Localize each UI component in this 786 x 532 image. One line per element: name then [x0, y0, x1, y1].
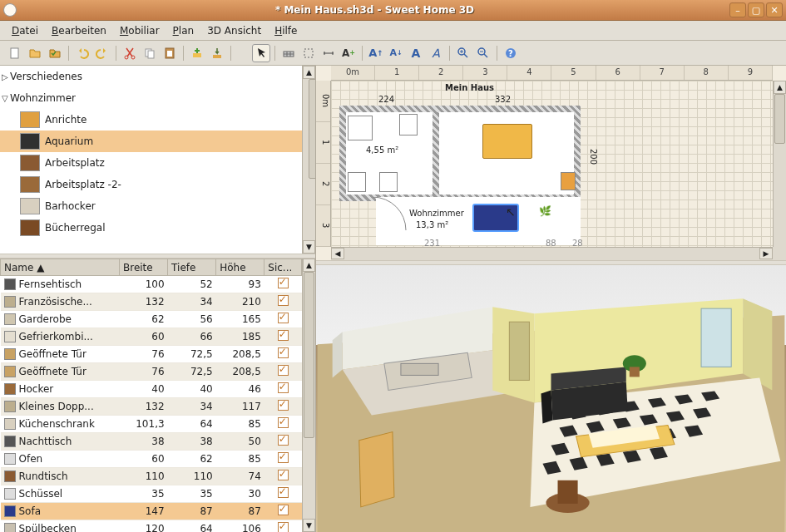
furn-bed[interactable]: [482, 124, 532, 159]
catalog-item[interactable]: Bücherregal: [0, 217, 315, 239]
catalog-category[interactable]: ▽ Wohnzimmer: [0, 87, 315, 109]
furn-sofa-selected[interactable]: [472, 204, 519, 232]
visibility-checkbox[interactable]: [278, 417, 289, 428]
menu-bearbeiten[interactable]: Bearbeiten: [45, 22, 113, 39]
menu-mobiliar[interactable]: Mobiliar: [113, 22, 166, 39]
furniture-row[interactable]: Nachttisch 383850: [1, 433, 302, 451]
furn-shower[interactable]: [348, 116, 373, 140]
scroll-down-icon[interactable]: ▼: [303, 240, 315, 254]
visibility-checkbox[interactable]: [278, 295, 289, 306]
add-text-icon[interactable]: A+: [339, 44, 358, 62]
furniture-row[interactable]: Rundtisch 11011074: [1, 468, 302, 485]
select-tool-icon[interactable]: [252, 44, 270, 62]
furniture-row[interactable]: Kleines Dopp... 13234117: [1, 398, 302, 416]
zoom-out-icon[interactable]: [474, 44, 492, 62]
col-breite[interactable]: Breite: [120, 259, 168, 276]
scroll-thumb[interactable]: [309, 79, 315, 179]
text-bold-icon[interactable]: A: [407, 44, 425, 62]
new-file-icon[interactable]: [6, 44, 24, 62]
add-furniture-icon[interactable]: [188, 44, 206, 62]
redo-icon[interactable]: [93, 44, 111, 62]
furn-toilet[interactable]: [399, 114, 418, 135]
scroll-thumb[interactable]: [774, 94, 785, 144]
cut-icon[interactable]: [121, 44, 139, 62]
visibility-checkbox[interactable]: [278, 365, 289, 376]
furniture-list[interactable]: Name ▲ Breite Tiefe Höhe Sic... Fernseht…: [0, 259, 315, 532]
furniture-row[interactable]: Französische... 13234210: [1, 293, 302, 311]
catalog-category[interactable]: ▷ Verschiedenes: [0, 66, 315, 87]
visibility-checkbox[interactable]: [278, 522, 289, 532]
furniture-row[interactable]: Fernsehtisch 1005293: [1, 276, 302, 293]
furniture-row[interactable]: Ofen 606285: [1, 451, 302, 468]
text-italic-icon[interactable]: A: [427, 44, 445, 62]
col-tiefe[interactable]: Tiefe: [168, 259, 216, 276]
visibility-checkbox[interactable]: [278, 452, 289, 463]
open-file-icon[interactable]: [26, 44, 44, 62]
visibility-checkbox[interactable]: [278, 505, 289, 515]
save-file-icon[interactable]: [46, 44, 64, 62]
col-name[interactable]: Name ▲: [1, 259, 120, 276]
inner-wall[interactable]: [433, 112, 439, 195]
text-bigger-icon[interactable]: A↑: [367, 44, 385, 62]
scroll-up-icon[interactable]: ▲: [303, 259, 315, 272]
catalog-item[interactable]: Arbeitsplatz -2-: [0, 174, 315, 195]
visibility-checkbox[interactable]: [278, 435, 289, 446]
catalog-scrollbar[interactable]: ▲ ▼: [302, 66, 315, 254]
paste-icon[interactable]: [161, 44, 179, 62]
furniture-row[interactable]: Geöffnete Tür 7672,5208,5: [1, 346, 302, 363]
copy-icon[interactable]: [141, 44, 159, 62]
catalog-item[interactable]: Aquarium: [0, 131, 315, 152]
catalog-item[interactable]: Anrichte: [0, 109, 315, 131]
visibility-checkbox[interactable]: [278, 400, 289, 411]
col-sichtbar[interactable]: Sic...: [264, 259, 302, 276]
menu-hilfe[interactable]: Hilfe: [268, 22, 304, 39]
plan-vscroll[interactable]: ▲ ▼: [773, 81, 786, 260]
visibility-checkbox[interactable]: [278, 487, 289, 498]
menu-datei[interactable]: Datei: [5, 22, 45, 39]
furn-plant[interactable]: 🌿: [539, 205, 554, 225]
furniture-row[interactable]: Sofa 1478787: [1, 503, 302, 520]
zoom-in-icon[interactable]: [454, 44, 472, 62]
furniture-row[interactable]: Garderobe 6256165: [1, 311, 302, 328]
visibility-checkbox[interactable]: [278, 470, 289, 480]
text-smaller-icon[interactable]: A↓: [387, 44, 405, 62]
furniture-catalog[interactable]: ▷ Verschiedenes▽ WohnzimmerAnrichteAquar…: [0, 66, 315, 254]
scroll-right-icon[interactable]: ▶: [759, 248, 773, 259]
catalog-item[interactable]: Arbeitsplatz: [0, 152, 315, 174]
furn-washer[interactable]: [348, 172, 366, 192]
help-icon[interactable]: ?: [502, 44, 520, 62]
catalog-item[interactable]: Barhocker: [0, 195, 315, 217]
3d-door[interactable]: [359, 432, 394, 507]
furniture-row[interactable]: Geöffnete Tür 7672,5208,5: [1, 363, 302, 381]
create-dimension-icon[interactable]: [319, 44, 338, 62]
3d-view[interactable]: [316, 265, 786, 532]
visibility-checkbox[interactable]: [278, 278, 289, 288]
minimize-button[interactable]: –: [729, 2, 746, 17]
furn-sink-small[interactable]: [379, 172, 398, 192]
scroll-thumb[interactable]: [304, 272, 314, 438]
menu-3d-ansicht[interactable]: 3D Ansicht: [200, 22, 268, 39]
furniture-row[interactable]: Schüssel 353530: [1, 485, 302, 503]
furn-picture[interactable]: [561, 172, 576, 190]
furniture-row[interactable]: Küchenschrank 101,36485: [1, 416, 302, 433]
3d-scene[interactable]: [316, 265, 786, 532]
create-walls-icon[interactable]: [279, 44, 298, 62]
undo-icon[interactable]: [73, 44, 91, 62]
visibility-checkbox[interactable]: [278, 382, 289, 393]
plan-view[interactable]: 0m123456789 0m123 Mein Haus 224 332 200 …: [316, 66, 786, 260]
menu-plan[interactable]: Plan: [166, 22, 201, 39]
scroll-down-icon[interactable]: ▼: [303, 519, 315, 532]
visibility-checkbox[interactable]: [278, 330, 289, 341]
furniture-row[interactable]: Spülbecken 12064106: [1, 520, 302, 533]
plan-hscroll[interactable]: ◀ ▶: [331, 247, 773, 260]
create-room-icon[interactable]: [299, 44, 318, 62]
visibility-checkbox[interactable]: [278, 347, 289, 358]
scroll-up-icon[interactable]: ▲: [774, 81, 786, 94]
visibility-checkbox[interactable]: [278, 313, 289, 323]
maximize-button[interactable]: ▢: [748, 2, 764, 17]
furniture-row[interactable]: Hocker 404046: [1, 381, 302, 398]
scroll-up-icon[interactable]: ▲: [303, 66, 315, 79]
close-button[interactable]: ✕: [766, 2, 783, 17]
scroll-left-icon[interactable]: ◀: [331, 248, 344, 259]
col-hoehe[interactable]: Höhe: [216, 259, 264, 276]
